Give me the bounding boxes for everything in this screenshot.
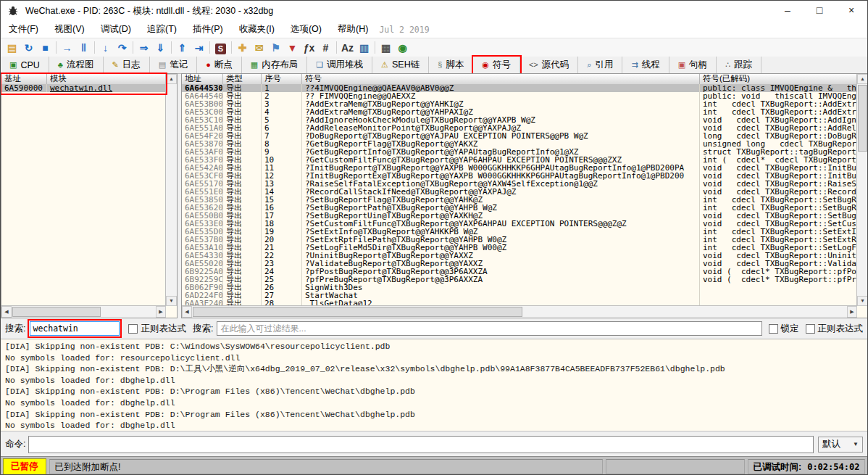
symbol-row[interactable]: 6AE53870 导出 8 ?GetBugReportFlag@TXBugRep… [182,140,857,148]
modules-vscrollbar[interactable]: ▲ ▼ [165,74,177,306]
tab-script[interactable]: § 脚本 [429,57,473,73]
command-profile-select[interactable]: 默认 ▼ [818,437,863,453]
tab-notes[interactable]: ▤ 笔记 [150,57,197,73]
scroll-thumb[interactable] [12,307,101,317]
tab-breakpoints[interactable]: ● 断点 [197,57,242,73]
close-button[interactable]: × [835,1,867,21]
command-input[interactable] [28,436,814,453]
symbol-row[interactable]: 6B062F90 导出 26 SignWith3Des [182,284,857,292]
symbol-row[interactable]: 6AE55020 导出 23 ?ValidateBugReport@TXBugR… [182,260,857,268]
tab-trace[interactable]: ∴ 跟踪 [717,57,761,73]
tab-source[interactable]: <> 源代码 [520,57,578,73]
tab-log[interactable]: ✎ 日志 [104,57,150,73]
menu-plugins[interactable]: 插件(P) [185,23,231,36]
symbol-log[interactable]: [DIA] Skipping non-existent PDB: C:\Wind… [1,339,867,431]
menu-view[interactable]: 视图(V) [46,23,93,36]
tab-symbols[interactable]: ◉ 符号 [473,57,520,73]
scroll-up-icon[interactable]: ▲ [166,74,177,84]
tab-cpu[interactable]: ▣ CPU [1,57,49,73]
symbol-row[interactable]: 6AE542A0 导出 11 ?InitBugReport@TXBugRepor… [182,164,857,172]
scroll-left-icon[interactable]: ◀ [1,306,12,318]
font-icon[interactable]: Az [339,41,356,55]
module-search-input[interactable] [30,321,120,336]
minimize-button[interactable]: – [772,1,804,21]
symbol-row[interactable]: 6AE53C00 导出 4 ?AddExtraMem@TXBugReport@@… [182,108,857,116]
menu-help[interactable]: 帮助(H) [330,23,376,36]
pause-icon[interactable]: ‖ [75,41,92,55]
open-file-icon[interactable]: ▤ [4,41,20,55]
tab-call-stack[interactable]: ❏ 调用堆栈 [307,57,372,73]
symbol-row[interactable]: 6AE537B0 导出 20 ?SetExtRptFilePath@TXBugR… [182,236,857,244]
symbol-row[interactable]: 6AE551A0 导出 6 ?AddReleaseMonitorPoint@TX… [182,124,857,132]
menu-trace[interactable]: 追踪(T) [139,23,185,36]
label-icon[interactable]: ⚑ [267,41,284,55]
tab-references[interactable]: ⌕ 引用 [578,57,622,73]
scroll-right-icon[interactable]: ▶ [847,306,857,318]
symbol-row[interactable]: 6AE53620 导出 16 ?SetBugReportPath@TXBugRe… [182,204,857,212]
step-over-icon[interactable]: ↷ [114,41,130,55]
symbol-row[interactable]: 6AE551E0 导出 14 ?RecordCallStackIfNeed@TX… [182,188,857,196]
module-row[interactable]: 6A590000 wechatwin.dll [1,84,166,92]
symbol-row[interactable]: 6AE53850 导出 15 ?SetBugReportFlag@TXBugRe… [182,196,857,204]
scroll-thumb[interactable] [193,307,522,317]
device-icon[interactable]: ▥ [356,41,372,55]
skip-icon[interactable]: ⇒ [135,41,152,55]
symbol-row[interactable]: 6B9225A0 导出 24 ?pfPostBugReport@TXBugRep… [182,268,857,276]
toolbar-separator[interactable] [130,41,135,55]
symbol-row[interactable]: 6B92259C 导出 25 ?pfPreBugReport@TXBugRepo… [182,276,857,284]
seh-chain-icon[interactable]: S [212,41,229,55]
toolbar-separator[interactable] [207,41,212,55]
toolbar-separator[interactable] [372,41,377,55]
column-header-ordinal[interactable]: 序号 [262,74,302,84]
run-to-user-code-icon[interactable]: ⇓ [152,41,169,55]
scroll-down-icon[interactable]: ▼ [166,296,177,306]
symbol-row[interactable]: 6AE53AF0 导出 9 ?GetBugReportInfo@TXBugRep… [182,148,857,156]
regex2-checkbox[interactable] [806,324,815,334]
toolbar-separator[interactable] [92,41,97,55]
step-into-icon[interactable]: ↓ [97,41,114,55]
symbols-vscrollbar[interactable]: ▲ ▼ [856,74,868,306]
symbol-filter-input[interactable] [217,321,761,336]
stop-icon[interactable]: ■ [37,41,54,55]
calculator-icon[interactable]: ▦ [377,41,394,55]
symbol-row[interactable]: 6AE535D0 导出 19 ?SetExtInfo@TXBugReport@@… [182,228,857,236]
symbol-row[interactable]: 6AE53CF0 导出 12 ?InitBugReportEx@TXBugRep… [182,172,857,180]
tab-threads[interactable]: ⇉ 线程 [622,57,669,73]
restart-icon[interactable]: ↻ [20,41,37,55]
symbol-row[interactable]: 6AE54F20 导出 7 ?DoBugReport@TXBugReport@@… [182,132,857,140]
symbol-row[interactable]: 6AE53A10 导出 21 ?SetLogFileMd5Dir@TXBugRe… [182,244,857,252]
symbol-row[interactable]: 6AE53C10 导出 5 ?AddIgnoreHookCheckModule@… [182,116,857,124]
symbol-row[interactable]: 6AE533F0 导出 10 ?GetCustomFiltFunc@TXBugR… [182,156,857,164]
bookmark-icon[interactable]: ▼ [284,41,301,55]
symbol-row[interactable]: 6AE54330 导出 22 ?UninitBugReport@TXBugRep… [182,252,857,260]
column-header-symbol[interactable]: 符号 [302,74,700,84]
symbol-row[interactable]: 6AE53B00 导出 3 ?AddExtraMem@TXBugReport@@… [182,100,857,108]
function-icon[interactable]: ƒx [301,41,317,55]
symbol-row[interactable]: 6AE550B0 导出 17 ?SetBugReportUin@TXBugRep… [182,212,857,220]
scroll-left-icon[interactable]: ◀ [182,306,192,318]
scroll-down-icon[interactable]: ▼ [857,296,868,306]
toolbar-separator[interactable] [54,41,59,55]
tab-graph[interactable]: ♣ 流程图 [49,57,104,73]
lock-checkbox[interactable] [769,324,778,334]
column-header-module[interactable]: 模块 [47,74,166,84]
modules-hscrollbar[interactable]: ◀ ▶ [1,305,166,318]
symbols-hscrollbar[interactable]: ◀ ▶ [182,305,857,318]
menu-file[interactable]: 文件(F) [1,23,46,36]
menu-options[interactable]: 选项(O) [283,23,330,36]
globe-icon[interactable]: ◉ [394,41,411,55]
symbol-row[interactable]: 6AD224F0 导出 27 StartWachat [182,292,857,300]
column-header-base[interactable]: 基址 [1,74,47,84]
tab-seh[interactable]: ⚠ SEH链 [372,57,429,73]
column-header-type[interactable]: 类型 [223,74,262,84]
tab-handles[interactable]: ▣ 句柄 [669,57,717,73]
toolbar-separator[interactable] [229,41,234,55]
symbol-row[interactable]: 6AE533E0 导出 18 ?SetCustomFiltFunc@TXBugR… [182,220,857,228]
menu-favourites[interactable]: 收藏夹(I) [231,23,283,36]
regex-checkbox[interactable] [128,324,138,334]
symbol-row[interactable]: 6A644540 导出 2 ??_FIMVQQEngine@@QAEXXZ pu… [182,92,857,100]
tab-memory-map[interactable]: ▦ 内存布局 [242,57,307,73]
scroll-right-icon[interactable]: ▶ [156,306,166,318]
toolbar-separator[interactable] [169,41,174,55]
comment-icon[interactable]: ✉ [251,41,267,55]
